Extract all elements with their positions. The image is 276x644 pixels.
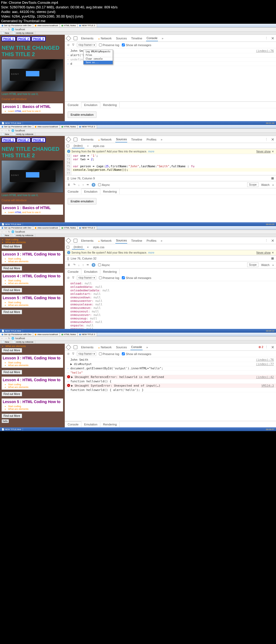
device-icon[interactable] bbox=[74, 138, 77, 141]
step-over-icon[interactable]: ↷ bbox=[73, 183, 75, 186]
source-file-tab[interactable]: style.css bbox=[91, 144, 106, 148]
more-link[interactable]: more bbox=[148, 150, 154, 153]
browser-tab-bar: Set Up Persistence with Dev view-source:… bbox=[0, 24, 276, 28]
menu-item[interactable]: Save as... bbox=[84, 61, 113, 64]
forward-arrow-icon[interactable]: → bbox=[5, 28, 7, 31]
lesson-item: Learn HTML and how to use it bbox=[8, 110, 62, 113]
back-arrow-icon[interactable]: ← bbox=[1, 28, 4, 31]
navigator-icon[interactable] bbox=[67, 145, 69, 147]
pause-exceptions-icon[interactable]: ⏸ bbox=[92, 183, 95, 187]
output-box: hello bbox=[2, 419, 9, 423]
error-badge[interactable]: ⊗ 2 bbox=[258, 345, 263, 349]
code-editor[interactable]: 72var one = '1'; 73var two = 2; 74 75var… bbox=[65, 154, 276, 175]
preserve-log-checkbox[interactable]: Preserve log bbox=[99, 43, 119, 47]
subtab-emulation[interactable]: Emulation bbox=[81, 102, 100, 108]
devtools-tabs: Elements Network Sources Timeline Consol… bbox=[65, 35, 276, 42]
tab-sources[interactable]: Sources bbox=[115, 36, 127, 41]
frame-select[interactable]: <top frame> ▾ bbox=[77, 43, 96, 47]
info-banner: i Serving from the file system? Add your… bbox=[65, 149, 276, 154]
page-title: NEW TITLE CHANGED THIS TITLE 2 bbox=[0, 43, 65, 59]
mini-tabs: 📄New 📄minify by millsinde bbox=[0, 32, 276, 35]
source-file-tab[interactable]: (index) bbox=[72, 144, 84, 148]
reload-icon[interactable]: ↻ bbox=[8, 28, 10, 31]
tab-console[interactable]: Console bbox=[146, 35, 158, 41]
tab[interactable]: view-source:localhost bbox=[33, 24, 60, 27]
subtab-console[interactable]: Console bbox=[65, 102, 81, 108]
error-icon: ✕ bbox=[67, 375, 70, 378]
close-icon[interactable]: ✕ bbox=[272, 150, 274, 153]
address-bar[interactable]: localhost bbox=[15, 28, 25, 31]
devtools-panel: Elements Network Sources Timeline Consol… bbox=[65, 35, 276, 121]
tab[interactable]: NEW TITLE 2 bbox=[78, 24, 97, 27]
browser-toolbar: ← → ↻ 🌐 localhost bbox=[0, 28, 276, 32]
mini-tab[interactable]: 📄New bbox=[0, 32, 11, 35]
info-icon: i bbox=[67, 150, 70, 153]
taskbar-item[interactable]: 📄 NEW TITLE.html bbox=[0, 122, 23, 125]
watch-tab[interactable]: Watch bbox=[261, 183, 270, 186]
subtab-rendering[interactable]: Rendering bbox=[100, 102, 120, 108]
video-metadata: File: Chrome DevTools Console.mp4 Size: … bbox=[0, 0, 276, 24]
show-all-checkbox[interactable]: Show all messages bbox=[122, 43, 151, 47]
async-checkbox[interactable]: Async bbox=[98, 183, 110, 186]
tab-network[interactable]: Network bbox=[97, 36, 112, 41]
globe-icon: 🌐 bbox=[11, 28, 14, 31]
tab[interactable]: HTML Notes bbox=[60, 24, 78, 27]
page-link[interactable]: PAGE 3 bbox=[32, 36, 46, 41]
scope-tab[interactable]: Scope bbox=[247, 182, 258, 187]
menu-item[interactable]: Log XMLHttpRequests bbox=[84, 50, 113, 53]
step-into-icon[interactable]: ↓ bbox=[78, 183, 80, 186]
filter-icon[interactable]: ∇ bbox=[72, 43, 74, 47]
menu-dots-icon[interactable]: ⋮ bbox=[265, 36, 268, 40]
inspect-icon[interactable] bbox=[66, 36, 71, 41]
tab-sources[interactable]: Sources bbox=[115, 137, 127, 142]
pause-icon[interactable]: ⏸ bbox=[67, 183, 70, 187]
context-menu: Log XMLHttpRequests Files Clear console … bbox=[83, 50, 113, 64]
lesson-box: Lesson 1 : Basics of HTML Learn HTML and… bbox=[2, 103, 63, 114]
close-icon[interactable]: ✕ bbox=[271, 36, 274, 40]
taskbar: 📄 NEW TITLE.html00:01:44 bbox=[0, 121, 276, 125]
webpage-preview: PAGE 1 PAGE 2 PAGE 3 NEW TITLE CHANGED T… bbox=[0, 35, 65, 121]
page-link[interactable]: PAGE 2 bbox=[17, 36, 31, 41]
never-show-link[interactable]: Never show bbox=[256, 150, 271, 153]
sidebar-toggle-icon[interactable]: ▦ bbox=[271, 176, 274, 180]
find-out-more-button[interactable]: Find out More bbox=[2, 244, 22, 249]
deactivate-icon[interactable]: ⤃ bbox=[87, 183, 89, 186]
device-icon[interactable] bbox=[74, 36, 77, 40]
learn-text: Learn HTML and how to use it, bbox=[0, 91, 65, 97]
enable-emulation-button[interactable]: Enable emulation bbox=[68, 111, 96, 118]
tab-more[interactable]: » bbox=[161, 36, 164, 41]
intro-text: Course will introduce bbox=[0, 97, 65, 102]
inspect-icon[interactable] bbox=[66, 137, 71, 142]
console-prompt[interactable]: function helloworld() { alert('hello'); … bbox=[70, 388, 274, 392]
tab-elements[interactable]: Elements bbox=[81, 36, 94, 41]
menu-item[interactable]: Clear console bbox=[84, 57, 113, 61]
menu-item[interactable]: Files bbox=[84, 53, 113, 57]
lesson-title: Lesson 1 : Basics of HTML bbox=[3, 104, 62, 109]
mini-tab[interactable]: 📄minify by millsinde bbox=[11, 32, 35, 35]
step-out-icon[interactable]: ↑ bbox=[82, 183, 84, 186]
cursor-position: Line 76, Column 9 bbox=[71, 177, 95, 180]
tab[interactable]: Set Up Persistence with Dev bbox=[0, 24, 33, 27]
tab-timeline[interactable]: Timeline bbox=[130, 36, 143, 41]
camera-image: SONY bbox=[1, 59, 63, 91]
page-link[interactable]: PAGE 1 bbox=[2, 36, 16, 41]
object-properties: onload: nullonloadeddata: nullonloadedme… bbox=[65, 281, 276, 329]
clear-icon[interactable]: ⊘ bbox=[67, 43, 70, 47]
